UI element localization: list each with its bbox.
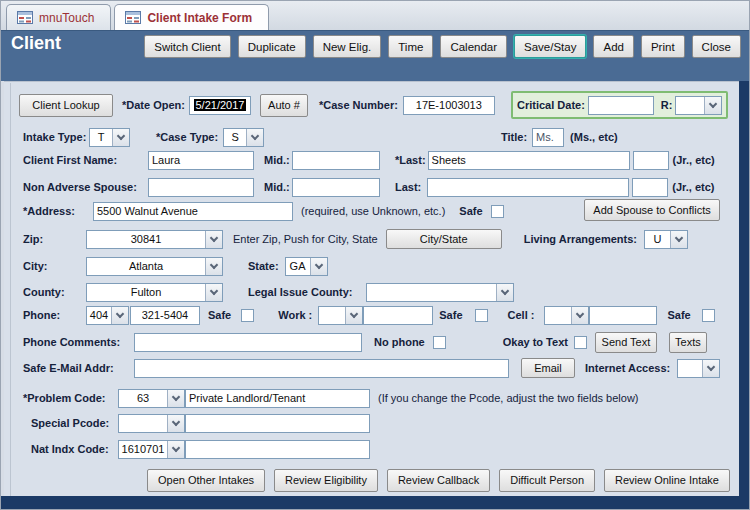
phone-area-select[interactable]: 404 bbox=[86, 306, 129, 325]
work-area-select[interactable] bbox=[318, 306, 363, 325]
first-name-field[interactable]: Laura bbox=[148, 151, 254, 170]
last-name-label: *Last: bbox=[395, 154, 426, 166]
internet-access-value bbox=[678, 360, 702, 377]
work-safe-checkbox[interactable] bbox=[475, 309, 488, 322]
phone-safe-label: Safe bbox=[208, 309, 231, 321]
spouse-field[interactable] bbox=[148, 178, 254, 197]
spouse-mid-field[interactable] bbox=[292, 178, 380, 197]
review-online-intake-button[interactable]: Review Online Intake bbox=[604, 469, 730, 492]
texts-button[interactable]: Texts bbox=[669, 332, 707, 353]
critical-date-field[interactable] bbox=[588, 96, 654, 115]
time-button[interactable]: Time bbox=[388, 35, 433, 58]
critical-date-panel: Critical Date: R: bbox=[511, 91, 728, 119]
problem-code-select[interactable]: 63 bbox=[118, 389, 185, 408]
review-eligibility-button[interactable]: Review Eligibility bbox=[274, 469, 378, 492]
calendar-button[interactable]: Calendar bbox=[440, 35, 507, 58]
new-elig-button[interactable]: New Elig. bbox=[313, 35, 382, 58]
living-arrangements-label: Living Arrangements: bbox=[524, 233, 637, 245]
spouse-suffix-field[interactable] bbox=[632, 178, 668, 197]
close-button[interactable]: Close bbox=[692, 35, 741, 58]
mid-field[interactable] bbox=[292, 151, 380, 170]
chevron-down-icon bbox=[167, 441, 184, 458]
address-safe-label: Safe bbox=[459, 205, 482, 217]
special-pcode-desc-field[interactable] bbox=[185, 414, 370, 433]
review-callback-button[interactable]: Review Callback bbox=[387, 469, 490, 492]
legal-issue-county-select[interactable] bbox=[366, 283, 514, 302]
client-lookup-button[interactable]: Client Lookup bbox=[19, 94, 113, 117]
switch-client-button[interactable]: Switch Client bbox=[144, 35, 230, 58]
auto-number-button[interactable]: Auto # bbox=[260, 94, 308, 117]
chevron-down-icon bbox=[112, 129, 129, 146]
phone-safe-checkbox[interactable] bbox=[241, 309, 254, 322]
legal-issue-county-value bbox=[367, 284, 496, 301]
type-row: Intake Type: T *Case Type: S bbox=[23, 126, 264, 148]
safe-email-field[interactable] bbox=[134, 359, 509, 378]
open-other-intakes-button[interactable]: Open Other Intakes bbox=[147, 469, 265, 492]
special-pcode-label: Special Pcode: bbox=[31, 417, 118, 429]
phone-comments-field[interactable] bbox=[134, 333, 362, 352]
nat-indx-code-value: 1610701 bbox=[119, 441, 167, 458]
state-select[interactable]: GA bbox=[285, 257, 328, 276]
chevron-down-icon bbox=[205, 258, 222, 275]
work-number-field[interactable] bbox=[363, 306, 433, 325]
r-select[interactable] bbox=[675, 96, 722, 115]
case-type-select[interactable]: S bbox=[223, 128, 264, 147]
city-select[interactable]: Atlanta bbox=[86, 257, 223, 276]
chevron-down-icon bbox=[246, 129, 263, 146]
form-header: Client Switch Client Duplicate New Elig.… bbox=[1, 30, 749, 81]
city-state-button[interactable]: City/State bbox=[386, 229, 502, 249]
address-label: *Address: bbox=[23, 205, 87, 217]
county-label: County: bbox=[23, 286, 86, 298]
problem-code-hint: (If you change the Pcode, adjust the two… bbox=[378, 392, 639, 404]
county-select[interactable]: Fulton bbox=[86, 283, 223, 302]
footer-button-row: Open Other Intakes Review Eligibility Re… bbox=[147, 469, 730, 491]
chevron-down-icon bbox=[704, 97, 721, 114]
special-pcode-value bbox=[119, 415, 167, 432]
suffix-field[interactable] bbox=[633, 151, 669, 170]
city-row: City: Atlanta State: GA bbox=[23, 255, 328, 277]
phone-number-field[interactable]: 321-5404 bbox=[130, 306, 200, 325]
address-safe-checkbox[interactable] bbox=[491, 205, 504, 218]
living-arrangements-select[interactable]: U bbox=[644, 230, 688, 249]
add-spouse-to-conflicts-button[interactable]: Add Spouse to Conflicts bbox=[584, 199, 720, 221]
cell-area-select[interactable] bbox=[544, 306, 589, 325]
okay-to-text-checkbox[interactable] bbox=[574, 336, 587, 349]
address-field[interactable]: 5500 Walnut Avenue bbox=[93, 202, 293, 221]
suffix-hint: (Jr., etc) bbox=[673, 154, 715, 166]
living-arrangements-value: U bbox=[645, 231, 670, 248]
intake-type-select[interactable]: T bbox=[89, 128, 130, 147]
nat-indx-desc-field[interactable] bbox=[185, 440, 370, 459]
problem-code-desc-field[interactable]: Private Landlord/Tenant bbox=[185, 389, 370, 408]
critical-date-label: Critical Date: bbox=[517, 99, 585, 111]
doc-tab-client-intake-form[interactable]: Client Intake Form bbox=[114, 4, 269, 30]
internet-access-select[interactable] bbox=[677, 359, 720, 378]
zip-select[interactable]: 30841 bbox=[86, 230, 223, 249]
duplicate-button[interactable]: Duplicate bbox=[238, 35, 306, 58]
county-row: County: Fulton Legal Issue County: bbox=[23, 281, 514, 303]
case-number-field[interactable]: 17E-1003013 bbox=[403, 96, 495, 115]
title-group: Title: Ms. (Ms., etc) bbox=[501, 126, 618, 148]
cell-number-field[interactable] bbox=[589, 306, 657, 325]
add-button[interactable]: Add bbox=[593, 35, 633, 58]
nat-indx-code-select[interactable]: 1610701 bbox=[118, 440, 185, 459]
spouse-label: Non Adverse Spouse: bbox=[23, 181, 148, 193]
send-text-button[interactable]: Send Text bbox=[595, 332, 657, 353]
email-button[interactable]: Email bbox=[521, 358, 575, 378]
print-button[interactable]: Print bbox=[641, 35, 685, 58]
difficult-person-button[interactable]: Difficult Person bbox=[499, 469, 595, 492]
r-label: R: bbox=[661, 99, 673, 111]
no-phone-checkbox[interactable] bbox=[433, 336, 446, 349]
cell-safe-checkbox[interactable] bbox=[702, 309, 715, 322]
title-field[interactable]: Ms. bbox=[532, 128, 564, 147]
title-label: Title: bbox=[501, 131, 527, 143]
cell-safe-label: Safe bbox=[667, 309, 690, 321]
last-name-field[interactable]: Sheets bbox=[428, 151, 630, 170]
save-stay-button[interactable]: Save/Stay bbox=[514, 35, 586, 58]
phone-label: Phone: bbox=[23, 309, 86, 321]
date-open-field[interactable]: 5/21/2017 bbox=[189, 96, 251, 115]
doc-tab-mnutouch[interactable]: mnuTouch bbox=[6, 4, 111, 30]
title-hint: (Ms., etc) bbox=[570, 131, 618, 143]
first-name-label: Client First Name: bbox=[23, 154, 148, 166]
special-pcode-select[interactable] bbox=[118, 414, 185, 433]
spouse-last-field[interactable] bbox=[427, 178, 629, 197]
